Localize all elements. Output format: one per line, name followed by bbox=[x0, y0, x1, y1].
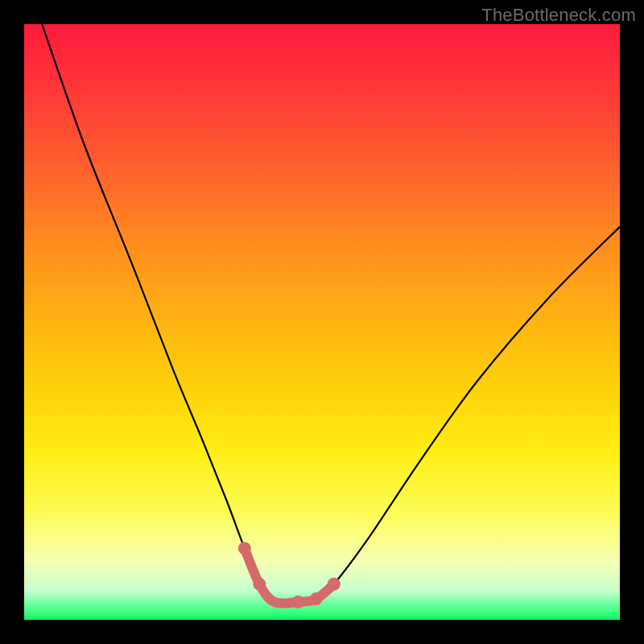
watermark-text: TheBottleneck.com bbox=[481, 5, 636, 26]
bottleneck-curve bbox=[42, 24, 620, 604]
chart-frame: TheBottleneck.com bbox=[0, 0, 644, 644]
highlight-dot bbox=[310, 592, 323, 605]
highlight-dot bbox=[238, 542, 251, 555]
highlight-dot bbox=[291, 596, 304, 609]
highlight-dot bbox=[328, 578, 341, 591]
chart-svg bbox=[24, 24, 620, 620]
highlight-dot bbox=[253, 578, 266, 591]
plot-area bbox=[24, 24, 620, 620]
